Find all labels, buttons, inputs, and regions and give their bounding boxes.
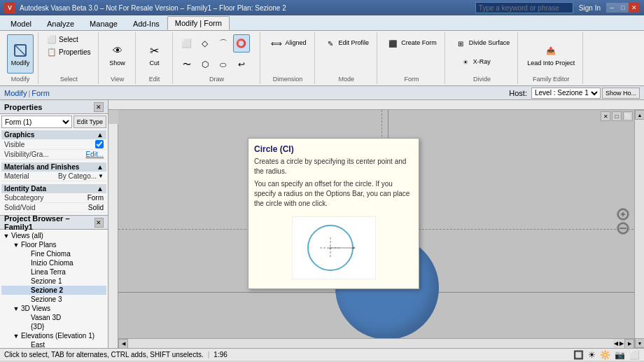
- tab-analyze[interactable]: Analyze: [39, 16, 82, 30]
- cut-label: Cut: [150, 60, 160, 67]
- ribbon-group-select: ⬜ Select 📋 Properties Select: [40, 32, 99, 84]
- cut-button[interactable]: ✂ Cut: [141, 34, 168, 74]
- search-input[interactable]: [475, 2, 573, 13]
- left-ruler: [108, 124, 118, 348]
- identity-section-header[interactable]: Identity Data ▲: [1, 184, 106, 193]
- select-group-label: Select: [60, 74, 78, 83]
- tree-east[interactable]: East: [1, 340, 106, 347]
- divide-surface-label: Divide Surface: [469, 40, 510, 47]
- diamond-icon: ◇: [198, 37, 212, 50]
- visible-checkbox[interactable]: [95, 140, 104, 148]
- aligned-btn[interactable]: ⟺ Aligned: [266, 34, 310, 53]
- tree-views-all[interactable]: ▼ Views (all): [1, 231, 106, 240]
- scroll-next-icon[interactable]: ▶: [620, 340, 624, 347]
- edit-profile-btn[interactable]: ✎ Edit Profile: [321, 34, 373, 53]
- close-view-button[interactable]: ✕: [601, 111, 610, 121]
- x-ray-btn[interactable]: ☀ X-Ray: [451, 55, 500, 70]
- hscroll-track[interactable]: [128, 339, 613, 348]
- material-dropdown-icon[interactable]: ▼: [98, 173, 104, 179]
- expand-view-button[interactable]: ⬜: [623, 111, 633, 121]
- polygon-btn[interactable]: ⬡: [197, 55, 214, 74]
- restore-view-button[interactable]: □: [612, 111, 622, 121]
- tree-vasan-3d[interactable]: Vasan 3D: [1, 313, 106, 322]
- tree-elevations[interactable]: ▼ Elevations (Elevation 1): [1, 331, 106, 340]
- nav-pan-button[interactable]: [617, 222, 629, 235]
- canvas-hscroll[interactable]: ◀ ◀ ▶ ▶: [118, 338, 634, 348]
- display-style-icon[interactable]: ☀: [588, 350, 596, 360]
- status-bar: Click to select, TAB for alternates, CTR…: [0, 348, 644, 361]
- scroll-right-button[interactable]: ▶: [624, 339, 634, 348]
- divide-surface-icon: ⊞: [454, 37, 467, 50]
- nav-zoom-in-button[interactable]: [617, 208, 629, 221]
- properties-close-button[interactable]: ✕: [94, 102, 104, 112]
- show-ho-button[interactable]: Show Ho...: [602, 88, 640, 99]
- tab-manage[interactable]: Manage: [82, 16, 125, 30]
- svg-marker-16: [626, 228, 627, 229]
- close-button[interactable]: ✕: [629, 3, 640, 13]
- spline-btn[interactable]: 〜: [178, 55, 195, 74]
- tree-fine-chioma-2[interactable]: Inizio Chioma: [1, 258, 106, 267]
- lead-into-label: Lead Into Project: [527, 60, 575, 67]
- diamond-btn[interactable]: ◇: [197, 34, 214, 53]
- divide-surface-btn[interactable]: ⊞ Divide Surface: [451, 34, 514, 53]
- ellipse-btn[interactable]: ⬭: [215, 55, 232, 74]
- crop-region-icon[interactable]: ⬜: [629, 350, 640, 360]
- circle-btn[interactable]: ⭕: [233, 34, 250, 53]
- modify-sep: |: [28, 89, 30, 97]
- ribbon: Model Analyze Manage Add-Ins Modify | Fo…: [0, 15, 644, 86]
- shadow-icon[interactable]: 🔆: [600, 350, 610, 360]
- type-selector-dropdown[interactable]: Form (1): [1, 116, 72, 128]
- solidvoid-value: Solid: [88, 204, 104, 211]
- top-ruler: [108, 100, 644, 110]
- sign-in-text[interactable]: Sign In: [579, 4, 601, 12]
- tab-modify-form[interactable]: Modify | Form: [167, 16, 230, 30]
- 3d-braces-label: {3D}: [31, 323, 44, 330]
- modify-button[interactable]: Modify: [7, 34, 34, 74]
- scroll-up-button[interactable]: ▲: [635, 110, 644, 120]
- lead-into-project-btn[interactable]: 📤 Lead Into Project: [524, 36, 578, 72]
- scroll-left-button[interactable]: ◀: [118, 339, 128, 348]
- show-button[interactable]: 👁 Show: [104, 34, 131, 74]
- visible-row: Visible: [1, 139, 106, 150]
- create-form-btn[interactable]: ⬛ Create Form: [383, 34, 440, 53]
- properties-small-btn[interactable]: 📋 Properties: [44, 46, 94, 58]
- tree-sezione-1[interactable]: Sezione 1: [1, 277, 106, 286]
- freeform-btn[interactable]: ↩: [233, 55, 250, 74]
- x-ray-icon: ☀: [460, 57, 471, 68]
- graphics-collapse-icon: ▲: [97, 131, 104, 139]
- arc-btn[interactable]: ⌒: [215, 34, 232, 53]
- edit-type-button[interactable]: Edit Type: [74, 116, 106, 128]
- vscroll-track[interactable]: [635, 120, 644, 338]
- form-link[interactable]: Form: [31, 89, 50, 97]
- project-browser-close-button[interactable]: ✕: [94, 218, 104, 228]
- render-icon[interactable]: 📷: [615, 350, 625, 360]
- linea-terra-label: Linea Terra: [31, 268, 66, 276]
- show-label: Show: [109, 60, 125, 67]
- select-all-btn[interactable]: ⬜ Select: [44, 34, 81, 46]
- materials-section-header[interactable]: Materials and Finishes ▲: [1, 162, 106, 172]
- svg-line-1: [15, 45, 26, 56]
- tree-sezione-3[interactable]: Sezione 3: [1, 295, 106, 304]
- tree-3d-views[interactable]: ▼ 3D Views: [1, 304, 106, 313]
- graphics-section-header[interactable]: Graphics ▲: [1, 130, 106, 139]
- visibility-edit-link[interactable]: Edit...: [85, 151, 104, 158]
- rectangle-icon: ⬜: [180, 37, 194, 50]
- scroll-prev-icon[interactable]: ◀: [614, 340, 618, 347]
- canvas[interactable]: Circle (CI) Creates a circle by specifyi…: [118, 110, 644, 348]
- minimize-button[interactable]: –: [606, 3, 617, 13]
- tree-sezione-2[interactable]: Sezione 2: [1, 286, 106, 295]
- tree-linea-terra[interactable]: Linea Terra: [1, 267, 106, 277]
- restore-button[interactable]: □: [617, 3, 629, 13]
- canvas-area: Circle (CI) Creates a circle by specifyi…: [108, 100, 644, 348]
- modify-link[interactable]: Modify: [4, 89, 27, 97]
- tab-model[interactable]: Model: [3, 16, 39, 30]
- tree-3d-braces[interactable]: {3D}: [1, 322, 106, 331]
- rectangle-btn[interactable]: ⬜: [178, 34, 195, 53]
- host-dropdown[interactable]: Level : Sezione 1: [531, 88, 601, 99]
- tree-floor-plans[interactable]: ▼ Floor Plans: [1, 240, 106, 249]
- canvas-vscroll[interactable]: ▲ ▼: [634, 110, 644, 348]
- model-graphics-icon[interactable]: 🔲: [573, 350, 584, 360]
- tab-addins[interactable]: Add-Ins: [125, 16, 167, 30]
- tree-fine-chioma-1[interactable]: Fine Chioma: [1, 249, 106, 258]
- scroll-down-button[interactable]: ▼: [635, 338, 644, 348]
